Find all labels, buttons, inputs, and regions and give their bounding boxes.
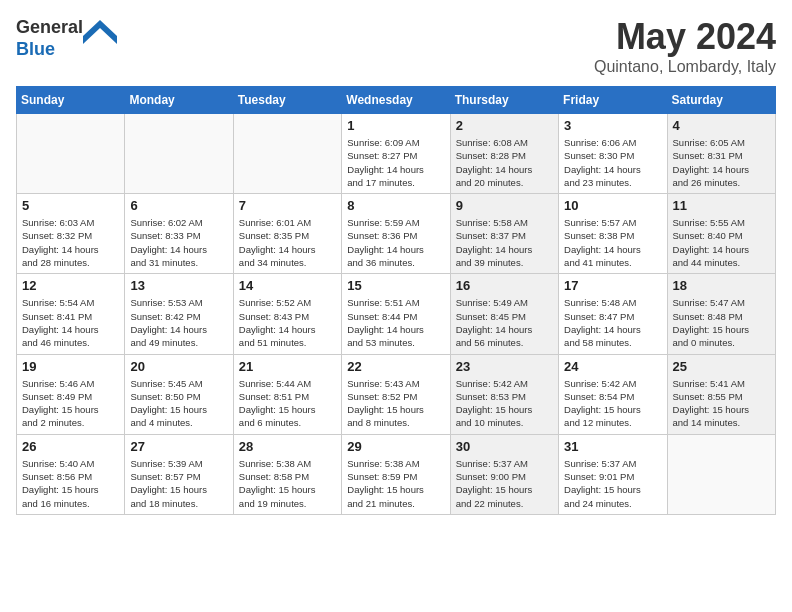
weekday-header: Monday xyxy=(125,87,233,114)
cell-info: Sunrise: 6:09 AM Sunset: 8:27 PM Dayligh… xyxy=(347,136,444,189)
calendar-cell: 9Sunrise: 5:58 AM Sunset: 8:37 PM Daylig… xyxy=(450,194,558,274)
calendar-cell: 24Sunrise: 5:42 AM Sunset: 8:54 PM Dayli… xyxy=(559,354,667,434)
day-number: 30 xyxy=(456,439,553,454)
cell-info: Sunrise: 5:46 AM Sunset: 8:49 PM Dayligh… xyxy=(22,377,119,430)
cell-info: Sunrise: 5:45 AM Sunset: 8:50 PM Dayligh… xyxy=(130,377,227,430)
logo-general: General xyxy=(16,17,83,37)
cell-info: Sunrise: 5:40 AM Sunset: 8:56 PM Dayligh… xyxy=(22,457,119,510)
cell-info: Sunrise: 5:39 AM Sunset: 8:57 PM Dayligh… xyxy=(130,457,227,510)
calendar-week-row: 1Sunrise: 6:09 AM Sunset: 8:27 PM Daylig… xyxy=(17,114,776,194)
day-number: 10 xyxy=(564,198,661,213)
cell-info: Sunrise: 5:53 AM Sunset: 8:42 PM Dayligh… xyxy=(130,296,227,349)
calendar-cell: 15Sunrise: 5:51 AM Sunset: 8:44 PM Dayli… xyxy=(342,274,450,354)
cell-info: Sunrise: 6:05 AM Sunset: 8:31 PM Dayligh… xyxy=(673,136,770,189)
day-number: 13 xyxy=(130,278,227,293)
calendar-cell: 14Sunrise: 5:52 AM Sunset: 8:43 PM Dayli… xyxy=(233,274,341,354)
cell-info: Sunrise: 5:43 AM Sunset: 8:52 PM Dayligh… xyxy=(347,377,444,430)
calendar-cell: 27Sunrise: 5:39 AM Sunset: 8:57 PM Dayli… xyxy=(125,434,233,514)
day-number: 16 xyxy=(456,278,553,293)
calendar-cell: 28Sunrise: 5:38 AM Sunset: 8:58 PM Dayli… xyxy=(233,434,341,514)
cell-info: Sunrise: 5:49 AM Sunset: 8:45 PM Dayligh… xyxy=(456,296,553,349)
cell-info: Sunrise: 6:02 AM Sunset: 8:33 PM Dayligh… xyxy=(130,216,227,269)
cell-info: Sunrise: 5:51 AM Sunset: 8:44 PM Dayligh… xyxy=(347,296,444,349)
day-number: 11 xyxy=(673,198,770,213)
calendar-cell: 22Sunrise: 5:43 AM Sunset: 8:52 PM Dayli… xyxy=(342,354,450,434)
cell-info: Sunrise: 5:55 AM Sunset: 8:40 PM Dayligh… xyxy=(673,216,770,269)
weekday-header: Sunday xyxy=(17,87,125,114)
location-title: Quintano, Lombardy, Italy xyxy=(594,58,776,76)
cell-info: Sunrise: 5:57 AM Sunset: 8:38 PM Dayligh… xyxy=(564,216,661,269)
calendar-table: SundayMondayTuesdayWednesdayThursdayFrid… xyxy=(16,86,776,515)
day-number: 19 xyxy=(22,359,119,374)
day-number: 9 xyxy=(456,198,553,213)
cell-info: Sunrise: 6:08 AM Sunset: 8:28 PM Dayligh… xyxy=(456,136,553,189)
calendar-week-row: 12Sunrise: 5:54 AM Sunset: 8:41 PM Dayli… xyxy=(17,274,776,354)
cell-info: Sunrise: 5:47 AM Sunset: 8:48 PM Dayligh… xyxy=(673,296,770,349)
calendar-week-row: 5Sunrise: 6:03 AM Sunset: 8:32 PM Daylig… xyxy=(17,194,776,274)
calendar-cell: 20Sunrise: 5:45 AM Sunset: 8:50 PM Dayli… xyxy=(125,354,233,434)
cell-info: Sunrise: 5:58 AM Sunset: 8:37 PM Dayligh… xyxy=(456,216,553,269)
day-number: 7 xyxy=(239,198,336,213)
calendar-cell xyxy=(233,114,341,194)
cell-info: Sunrise: 6:06 AM Sunset: 8:30 PM Dayligh… xyxy=(564,136,661,189)
day-number: 15 xyxy=(347,278,444,293)
calendar-cell: 26Sunrise: 5:40 AM Sunset: 8:56 PM Dayli… xyxy=(17,434,125,514)
day-number: 27 xyxy=(130,439,227,454)
cell-info: Sunrise: 5:52 AM Sunset: 8:43 PM Dayligh… xyxy=(239,296,336,349)
cell-info: Sunrise: 5:44 AM Sunset: 8:51 PM Dayligh… xyxy=(239,377,336,430)
calendar-cell: 6Sunrise: 6:02 AM Sunset: 8:33 PM Daylig… xyxy=(125,194,233,274)
calendar-body: 1Sunrise: 6:09 AM Sunset: 8:27 PM Daylig… xyxy=(17,114,776,515)
logo-icon xyxy=(83,16,117,44)
cell-info: Sunrise: 5:38 AM Sunset: 8:58 PM Dayligh… xyxy=(239,457,336,510)
day-number: 21 xyxy=(239,359,336,374)
day-number: 6 xyxy=(130,198,227,213)
day-number: 5 xyxy=(22,198,119,213)
calendar-cell: 4Sunrise: 6:05 AM Sunset: 8:31 PM Daylig… xyxy=(667,114,775,194)
cell-info: Sunrise: 5:59 AM Sunset: 8:36 PM Dayligh… xyxy=(347,216,444,269)
day-number: 25 xyxy=(673,359,770,374)
day-number: 18 xyxy=(673,278,770,293)
calendar-cell: 13Sunrise: 5:53 AM Sunset: 8:42 PM Dayli… xyxy=(125,274,233,354)
calendar-cell: 7Sunrise: 6:01 AM Sunset: 8:35 PM Daylig… xyxy=(233,194,341,274)
calendar-week-row: 19Sunrise: 5:46 AM Sunset: 8:49 PM Dayli… xyxy=(17,354,776,434)
calendar-cell: 18Sunrise: 5:47 AM Sunset: 8:48 PM Dayli… xyxy=(667,274,775,354)
calendar-cell: 25Sunrise: 5:41 AM Sunset: 8:55 PM Dayli… xyxy=(667,354,775,434)
day-number: 24 xyxy=(564,359,661,374)
cell-info: Sunrise: 5:41 AM Sunset: 8:55 PM Dayligh… xyxy=(673,377,770,430)
calendar-cell: 16Sunrise: 5:49 AM Sunset: 8:45 PM Dayli… xyxy=(450,274,558,354)
day-number: 17 xyxy=(564,278,661,293)
calendar-cell: 5Sunrise: 6:03 AM Sunset: 8:32 PM Daylig… xyxy=(17,194,125,274)
title-area: May 2024 Quintano, Lombardy, Italy xyxy=(594,16,776,76)
header: General Blue May 2024 Quintano, Lombardy… xyxy=(16,16,776,76)
calendar-cell: 1Sunrise: 6:09 AM Sunset: 8:27 PM Daylig… xyxy=(342,114,450,194)
day-number: 12 xyxy=(22,278,119,293)
cell-info: Sunrise: 5:42 AM Sunset: 8:53 PM Dayligh… xyxy=(456,377,553,430)
calendar-cell: 17Sunrise: 5:48 AM Sunset: 8:47 PM Dayli… xyxy=(559,274,667,354)
calendar-cell: 11Sunrise: 5:55 AM Sunset: 8:40 PM Dayli… xyxy=(667,194,775,274)
calendar-cell xyxy=(17,114,125,194)
calendar-cell xyxy=(125,114,233,194)
calendar-cell: 12Sunrise: 5:54 AM Sunset: 8:41 PM Dayli… xyxy=(17,274,125,354)
cell-info: Sunrise: 5:42 AM Sunset: 8:54 PM Dayligh… xyxy=(564,377,661,430)
calendar-header-row: SundayMondayTuesdayWednesdayThursdayFrid… xyxy=(17,87,776,114)
cell-info: Sunrise: 6:03 AM Sunset: 8:32 PM Dayligh… xyxy=(22,216,119,269)
day-number: 8 xyxy=(347,198,444,213)
cell-info: Sunrise: 5:48 AM Sunset: 8:47 PM Dayligh… xyxy=(564,296,661,349)
day-number: 22 xyxy=(347,359,444,374)
calendar-cell: 2Sunrise: 6:08 AM Sunset: 8:28 PM Daylig… xyxy=(450,114,558,194)
cell-info: Sunrise: 5:54 AM Sunset: 8:41 PM Dayligh… xyxy=(22,296,119,349)
weekday-header: Friday xyxy=(559,87,667,114)
cell-info: Sunrise: 5:37 AM Sunset: 9:00 PM Dayligh… xyxy=(456,457,553,510)
weekday-header: Tuesday xyxy=(233,87,341,114)
cell-info: Sunrise: 6:01 AM Sunset: 8:35 PM Dayligh… xyxy=(239,216,336,269)
day-number: 2 xyxy=(456,118,553,133)
cell-info: Sunrise: 5:38 AM Sunset: 8:59 PM Dayligh… xyxy=(347,457,444,510)
weekday-header: Saturday xyxy=(667,87,775,114)
logo-blue: Blue xyxy=(16,39,55,59)
calendar-week-row: 26Sunrise: 5:40 AM Sunset: 8:56 PM Dayli… xyxy=(17,434,776,514)
day-number: 20 xyxy=(130,359,227,374)
day-number: 26 xyxy=(22,439,119,454)
cell-info: Sunrise: 5:37 AM Sunset: 9:01 PM Dayligh… xyxy=(564,457,661,510)
calendar-cell: 10Sunrise: 5:57 AM Sunset: 8:38 PM Dayli… xyxy=(559,194,667,274)
calendar-cell xyxy=(667,434,775,514)
